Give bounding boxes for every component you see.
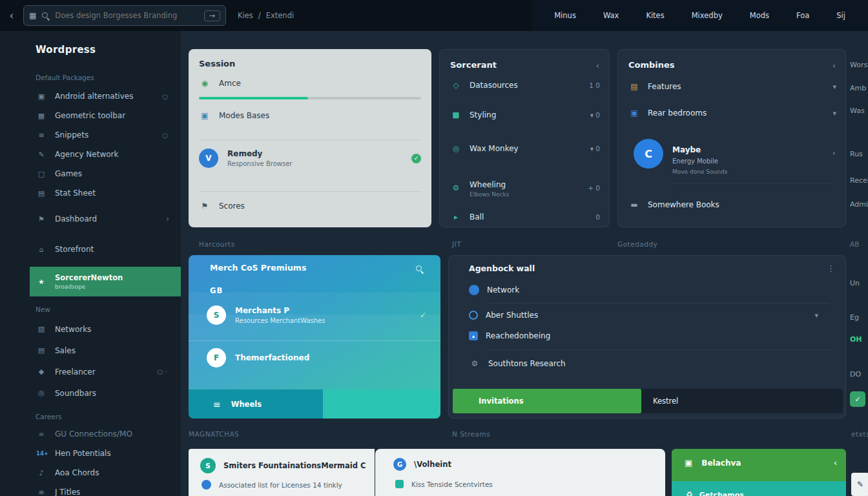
maybe-subtitle-2: Move done Sounds [672,169,727,175]
sorcerant-item-wheeling[interactable]: ⚙ Wheeling Elbows Necks + 0 [450,178,600,198]
combines-item-rear-bedrooms[interactable]: ▣ Rear bedrooms ▾ [628,108,836,118]
more-options-icon[interactable]: ⋮ [827,264,835,273]
combines-item-features[interactable]: ▤ Features ▾ [628,82,836,91]
session-item-amce[interactable]: ◉ Amce [199,79,421,88]
maybe-title: Maybe [672,145,701,154]
footer-spacer-tab[interactable] [323,389,440,418]
topnav-item[interactable]: Mixedby [678,11,736,20]
maybe-subtitle-1: Energy Mobile [672,158,718,165]
maybe-avatar[interactable]: C [634,139,663,169]
sidebar-item-sorcerernewton-active[interactable]: ★ SorcererNewton broadsope [30,267,181,296]
sorcerant-item-wax-monkey[interactable]: ◎ Wax Monkey ▾ 0 [450,144,600,153]
rail-item[interactable]: Was [850,107,865,115]
wheels-tab[interactable]: ≡ Wheels [189,389,323,418]
sorcerant-item-styling[interactable]: ■ Styling ▾ 0 [450,110,600,119]
sidebar-item-freelancer[interactable]: ◆ Freelancer ○◦ [0,361,181,382]
merch-footer: ≡ Wheels [189,389,440,418]
divider [189,340,440,341]
search-input[interactable] [55,11,198,20]
topnav-item[interactable]: Sij [823,11,859,20]
collapse-icon[interactable]: ‹ [832,61,836,70]
belachva-title: Belachva [701,459,741,468]
chevron-down-icon: ▾ [832,109,836,118]
combines-item-somewhere-books[interactable]: ▬ Somewhere Books [628,200,836,209]
corner-card-icon[interactable]: ✎ [851,473,868,496]
sidebar-item-label: Agency Network [55,150,118,159]
sidebar-item-games[interactable]: □ Games [0,164,181,183]
topnav-item[interactable]: Minus [541,11,590,20]
collapse-icon[interactable]: ‹ [596,61,599,70]
sidebar-item-snippets[interactable]: ≡ Snippets ○ [0,125,181,145]
rail-item[interactable]: Eg [850,313,859,322]
wheeling-icon: ⚙ [450,183,462,192]
grid-icon: ▦ [29,11,36,20]
sidebar-item-agency-network[interactable]: ✎ Agency Network [0,145,181,164]
rail-item[interactable]: Amb [850,84,866,92]
square-icon [395,480,404,488]
rail-item-highlight[interactable]: OH [850,335,862,344]
breadcrumb-item-second[interactable]: Extendi [266,11,294,20]
topnav-item[interactable]: Wax [590,11,633,20]
topnav-item[interactable]: Kites [632,11,677,20]
sorcerant-item-ball[interactable]: ▸ Ball 0 [450,212,600,222]
rail-item[interactable]: Worst [850,61,868,69]
global-search[interactable]: ▦ → [23,5,226,26]
sidebar-item-networks[interactable]: ▧ Networks [0,318,181,340]
belachva-row[interactable]: ▣ Belachva ‹ [685,458,837,468]
rail-item[interactable]: Un [850,279,860,287]
session-item-remedy[interactable]: V Remedy Responsive Browser ✓ [199,149,421,168]
kestrel-button[interactable]: Kestrel [641,389,843,413]
session-item-scores[interactable]: ⚑ Scores [199,202,421,211]
smiters-row[interactable]: S Smiters FountainationsMermaid C [200,458,366,473]
sidebar-item-geometric-toolbar[interactable]: ▦ Geometric toolbar [0,106,181,125]
sidebar-item-gu-connections[interactable]: ∞ GU Connections/MO [0,424,181,444]
sidebar-item-storefront[interactable]: ⌂ Storefront [0,240,181,259]
android-icon: ▣ [36,92,46,101]
sidebar-item-aoa-chords[interactable]: ♪ Aoa Chords [0,463,181,482]
sidebar-item-label: Storefront [55,245,94,254]
sidebar-item-label: Sales [55,346,76,355]
agenbock-item-network[interactable]: Network [469,285,834,295]
sidebar-item-android-alternatives[interactable]: ▣ Android alternatives ○ [0,87,181,106]
connections-icon: ∞ [36,430,46,439]
getchamos-strip[interactable]: ♻ Getchamos [672,481,846,496]
merch-item-merchants[interactable]: S Merchants P Resources MerchantWashes ✓ [207,305,426,325]
check-icon: ✓ [420,311,426,320]
rail-item[interactable]: Rus [850,150,863,158]
rail-item[interactable]: Recei [850,176,868,185]
sidebar-item-soundbars[interactable]: ◎ Soundbars [0,382,181,404]
merch-item-themerfactioned[interactable]: F Themerfactioned [207,348,426,367]
sidebar-item-stat-sheet[interactable]: ▤ Stat Sheet [0,183,181,203]
volheint-subrow[interactable]: Kiss Tenside Scentvirtes [395,480,493,488]
sidebar-item-hen-potentials[interactable]: 14+ Hen Potentials [0,444,181,463]
chevron-down-icon: ▾ [832,83,836,91]
volheint-row[interactable]: G \Volheint [393,458,451,471]
invitations-button[interactable]: Invitations [453,389,641,413]
sidebar-item-sales[interactable]: ▤ Sales [0,340,181,361]
progress-track[interactable] [199,97,421,99]
chevron-left-icon[interactable]: ‹ [834,458,837,468]
chevron-down-icon[interactable]: ▾ [814,311,818,320]
sidebar-section-default-packages: Default Packages [0,74,181,83]
sidebar-item-j-titles[interactable]: ≡ J Titles [0,482,181,496]
chevron-right-icon[interactable]: › [832,148,836,158]
search-icon[interactable] [415,265,424,273]
back-chevron-icon[interactable]: ‹ [0,9,23,22]
sidebar-item-dashboard[interactable]: ⚑ Dashboard › [0,209,181,229]
agenbock-item-southtons-research[interactable]: ⚙ Southtons Research [469,359,834,368]
topnav-item[interactable]: Foa [783,11,823,20]
agenbock-item-aber-shuttles[interactable]: Aber Shuttles ▾ [469,311,834,320]
merch-premiums-card: Merch CoS Premiums GB S Merchants P Reso… [189,255,440,418]
search-go-button[interactable]: → [204,10,220,21]
breadcrumb-item-first[interactable]: Kies [238,11,253,20]
rail-green-check-icon[interactable]: ✓ [850,391,865,407]
topnav: Minus Wax Kites Mixedby Mods Foa Sij [532,0,868,31]
rail-section-label: AB [850,240,859,248]
session-item-modes-bases[interactable]: ▣ Modes Bases [199,111,421,120]
rail-item[interactable]: DO [850,370,861,378]
rail-item[interactable]: Admin [850,200,868,209]
sorcerant-item-datasources[interactable]: ◇ Datasources 1 0 [450,81,600,90]
topnav-item[interactable]: Mods [736,11,783,20]
smiters-subrow[interactable]: Associated list for Licenses 14 tinkly [202,480,342,490]
agenbock-item-reachedonbeing[interactable]: ▴ Reachedonbeing [469,331,834,340]
